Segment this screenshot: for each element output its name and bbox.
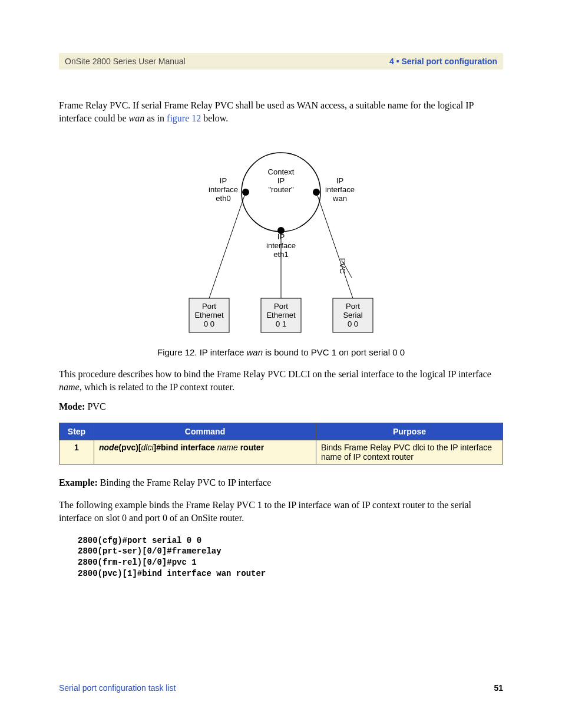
cmd-node: node (99, 443, 118, 452)
if-mid3: eth1 (273, 250, 288, 259)
context-label1: Context (268, 167, 295, 176)
if-right2: interface (325, 185, 355, 194)
svg-point-5 (242, 189, 249, 196)
page-header: OnSite 2800 Series User Manual 4 • Seria… (59, 53, 503, 70)
caption-post: is bound to PVC 1 on port serial 0 0 (263, 347, 405, 357)
table-row: 1 node(pvc)[dlci]#bind interface name ro… (59, 440, 503, 465)
footer-section: Serial port configuration task list (59, 683, 176, 693)
header-chapter: 4 • Serial port configuration (389, 57, 497, 66)
intro-wan: wan (129, 113, 145, 123)
code-block: 2800(cfg)#port serial 0 0 2800(prt-ser)[… (78, 535, 503, 580)
para2c: , which is related to the IP context rou… (80, 382, 234, 392)
command-table: Step Command Purpose 1 node(pvc)[dlci]#b… (59, 423, 503, 465)
figure-12: PVC Context IP "router" IP interface eth… (59, 142, 503, 357)
step-cell: 1 (59, 440, 94, 465)
cmd-p2: ]#bind interface (154, 443, 215, 452)
th-purpose: Purpose (316, 423, 503, 440)
para2a: This procedure describes how to bind the… (59, 369, 458, 379)
procedure-paragraph: This procedure describes how to bind the… (59, 368, 503, 393)
figure-caption: Figure 12. IP interface wan is bound to … (59, 347, 503, 357)
if-left1: IP (220, 176, 227, 185)
diagram-svg: PVC Context IP "router" IP interface eth… (157, 142, 405, 342)
header-product: OnSite 2800 Series User Manual (65, 57, 186, 66)
mode-line: Mode: PVC (59, 401, 503, 412)
port1c: 0 0 (204, 319, 214, 328)
svg-line-2 (316, 192, 353, 298)
command-cell: node(pvc)[dlci]#bind interface name rout… (94, 440, 316, 465)
port3a: Port (346, 302, 360, 311)
pvc-label: PVC (338, 258, 347, 274)
port3c: 0 0 (348, 319, 358, 328)
context-label3: "router" (268, 185, 294, 194)
intro-paragraph: Frame Relay PVC. If serial Frame Relay P… (59, 99, 503, 124)
if-mid2: interface (266, 241, 296, 250)
example-paragraph: The following example binds the Frame Re… (59, 499, 503, 524)
intro-text-2a: interface could be (59, 113, 129, 123)
th-command: Command (94, 423, 316, 440)
intro-text-2b: as in (144, 113, 167, 123)
if-right1: IP (336, 176, 343, 185)
caption-pre: Figure 12. IP interface (157, 347, 246, 357)
para2-name: name (59, 382, 80, 392)
page-number: 51 (494, 683, 503, 693)
port1b: Ethernet (194, 311, 224, 319)
if-mid1: IP (277, 232, 285, 241)
mode-label: Mode: (59, 401, 85, 411)
page-footer: Serial port configuration task list 51 (59, 683, 503, 693)
example-label: Example: (59, 477, 98, 487)
if-right3: wan (332, 194, 347, 203)
if-left2: interface (209, 185, 238, 194)
intro-text: Frame Relay PVC. If serial Frame Relay P… (59, 100, 474, 110)
context-label2: IP (277, 176, 285, 185)
port2c: 0 1 (276, 319, 286, 328)
port2a: Port (274, 302, 288, 311)
port1a: Port (202, 302, 216, 311)
cmd-router: router (240, 443, 264, 452)
if-left3: eth0 (216, 194, 230, 203)
caption-ital: wan (246, 347, 263, 357)
cmd-p1: (pvc)[ (118, 443, 141, 452)
port3b: Serial (343, 311, 362, 319)
para2b: interface (458, 369, 491, 379)
cmd-dlci: dlci (141, 443, 154, 452)
port2b: Ethernet (266, 311, 296, 319)
example-text: Binding the Frame Relay PVC to IP interf… (98, 477, 271, 487)
figure-link[interactable]: figure 12 (167, 113, 201, 123)
purpose-cell: Binds Frame Relay PVC dlci to the IP int… (316, 440, 503, 465)
th-step: Step (59, 423, 94, 440)
svg-line-0 (209, 192, 246, 298)
svg-point-6 (313, 189, 320, 196)
intro-text-2c: below. (201, 113, 228, 123)
example-heading: Example: Binding the Frame Relay PVC to … (59, 477, 503, 488)
mode-value: PVC (85, 401, 105, 411)
cmd-name: name (215, 443, 240, 452)
